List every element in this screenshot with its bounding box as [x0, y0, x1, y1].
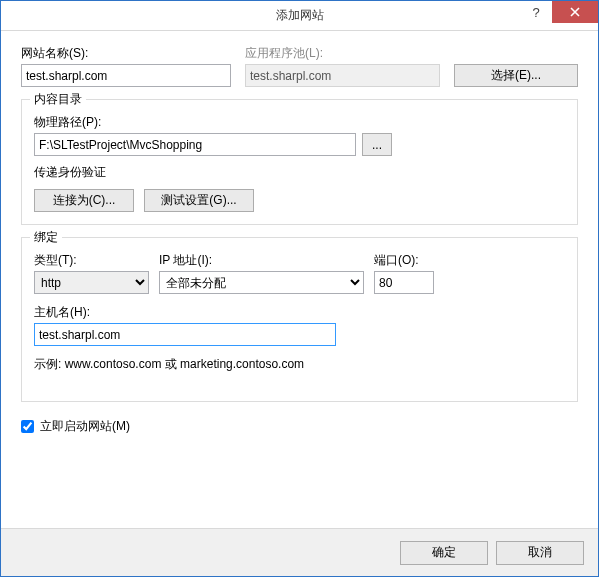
window-controls: ? [520, 1, 598, 23]
test-settings-button[interactable]: 测试设置(G)... [144, 189, 254, 212]
physical-path-label: 物理路径(P): [34, 114, 565, 131]
select-app-pool-button[interactable]: 选择(E)... [454, 64, 578, 87]
browse-button[interactable]: ... [362, 133, 392, 156]
app-pool-input [245, 64, 440, 87]
content-directory-group: 内容目录 物理路径(P): ... 传递身份验证 连接为(C)... 测试设置(… [21, 99, 578, 225]
dialog-content: 网站名称(S): 应用程序池(L): 选择(E)... 内容目录 物理路径(P)… [1, 31, 598, 528]
physical-path-input[interactable] [34, 133, 356, 156]
type-label: 类型(T): [34, 252, 149, 269]
port-input[interactable] [374, 271, 434, 294]
connect-as-button[interactable]: 连接为(C)... [34, 189, 134, 212]
binding-legend: 绑定 [30, 229, 62, 246]
titlebar: 添加网站 ? [1, 1, 598, 31]
binding-group: 绑定 类型(T): http IP 地址(I): 全部未分配 端口(O): [21, 237, 578, 402]
type-select[interactable]: http [34, 271, 149, 294]
ok-button[interactable]: 确定 [400, 541, 488, 565]
window-title: 添加网站 [1, 7, 598, 24]
content-directory-legend: 内容目录 [30, 91, 86, 108]
dialog-footer: 确定 取消 [1, 528, 598, 576]
hostname-example: 示例: www.contoso.com 或 marketing.contoso.… [34, 356, 565, 373]
hostname-input[interactable] [34, 323, 336, 346]
add-website-dialog: 添加网站 ? 网站名称(S): 应用程序池(L): 选择(E)... 内容目录 … [0, 0, 599, 577]
start-site-label: 立即启动网站(M) [40, 418, 130, 435]
hostname-label: 主机名(H): [34, 304, 565, 321]
pass-auth-label: 传递身份验证 [34, 164, 565, 181]
site-name-label: 网站名称(S): [21, 45, 231, 62]
site-name-input[interactable] [21, 64, 231, 87]
close-icon [570, 7, 580, 17]
port-label: 端口(O): [374, 252, 434, 269]
app-pool-label: 应用程序池(L): [245, 45, 440, 62]
ip-label: IP 地址(I): [159, 252, 364, 269]
help-button[interactable]: ? [520, 1, 552, 23]
start-site-checkbox[interactable] [21, 420, 34, 433]
ip-select[interactable]: 全部未分配 [159, 271, 364, 294]
close-button[interactable] [552, 1, 598, 23]
cancel-button[interactable]: 取消 [496, 541, 584, 565]
start-site-row: 立即启动网站(M) [21, 418, 578, 435]
